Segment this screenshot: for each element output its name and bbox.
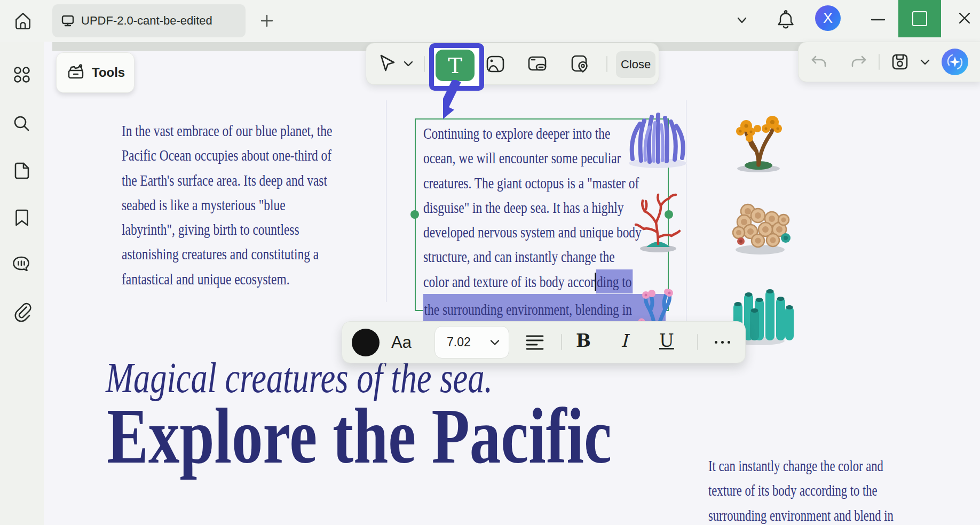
italic-button[interactable]: I	[621, 330, 628, 351]
right-paragraph: It can instantly change the color and te…	[708, 454, 894, 525]
notifications-button[interactable]	[776, 10, 795, 31]
toolbar-divider	[879, 54, 880, 70]
toolbar-divider	[561, 334, 562, 350]
redo-button[interactable]	[850, 54, 867, 70]
grid-icon	[12, 65, 32, 85]
sidebar-item-attachments[interactable]	[11, 300, 33, 323]
underline-button[interactable]: U	[659, 330, 674, 351]
title-bar: UPDF-2.0-cant-be-edited X	[0, 0, 980, 42]
document-title: Explore the Pacific	[107, 395, 612, 478]
tools-label: Tools	[92, 65, 125, 80]
tab-title: UPDF-2.0-cant-be-edited	[81, 14, 212, 28]
text-line: texture of its body according to the	[708, 478, 894, 503]
align-icon	[525, 333, 544, 352]
close-edit-button[interactable]: Close	[616, 51, 655, 78]
more-icon	[715, 341, 717, 344]
select-tool-button[interactable]	[376, 53, 396, 75]
home-icon	[13, 11, 33, 31]
edit-mode-toolbar: T Close	[366, 43, 659, 85]
column-divider	[386, 100, 386, 302]
chevron-down-icon	[735, 14, 749, 27]
maximize-button[interactable]	[898, 0, 941, 37]
save-button[interactable]	[890, 52, 910, 71]
resize-handle-left[interactable]	[410, 210, 419, 219]
ai-icon	[946, 53, 964, 71]
text-format-popup: Aa 7.02 B I U	[342, 321, 746, 363]
page-icon	[12, 161, 31, 181]
close-window-button[interactable]	[957, 10, 973, 26]
bell-icon	[776, 10, 795, 31]
anemone-image	[618, 99, 698, 170]
save-options-chevron[interactable]	[919, 58, 931, 67]
minimize-button[interactable]	[869, 13, 887, 26]
font-color-swatch[interactable]	[352, 329, 380, 356]
minimize-icon	[870, 18, 886, 22]
image-tool-button[interactable]	[485, 53, 506, 75]
sidebar-item-search[interactable]	[11, 113, 33, 135]
text-segment: color and texture of its body accor	[423, 273, 595, 290]
search-icon	[12, 114, 32, 134]
cup-coral-image	[718, 185, 799, 255]
font-size-value: 7.02	[447, 335, 471, 349]
select-tool-chevron[interactable]	[402, 60, 414, 68]
maximize-icon	[912, 11, 927, 26]
orange-coral-image	[718, 98, 798, 172]
save-toolbar	[798, 42, 980, 82]
location-tool-icon	[569, 53, 590, 75]
bookmark-icon	[13, 208, 31, 228]
bold-button[interactable]: B	[576, 330, 591, 351]
left-paragraph: In the vast embrace of our blue planet, …	[122, 118, 332, 291]
cursor-icon	[376, 53, 396, 75]
chevron-down-icon	[919, 58, 931, 67]
align-button[interactable]	[525, 333, 544, 352]
font-style-label: Aa	[391, 333, 412, 352]
text-line: astonishing creatures and constituting a	[122, 242, 332, 266]
plus-icon	[259, 13, 275, 29]
account-avatar[interactable]: X	[815, 5, 841, 31]
toolbar-divider	[424, 56, 425, 72]
ai-assistant-button[interactable]	[942, 49, 968, 75]
chevron-down-icon	[402, 60, 414, 68]
attachment-icon	[12, 301, 32, 322]
image-tool-icon	[485, 53, 506, 75]
window-menu-chevron[interactable]	[735, 14, 749, 27]
text-line: seabed is like a mysterious "blue	[122, 193, 332, 217]
text-line: surrounding environment and blend in	[708, 503, 894, 525]
undo-icon	[810, 54, 827, 70]
location-tool-button[interactable]	[569, 53, 590, 75]
undo-button[interactable]	[810, 54, 827, 70]
sidebar-item-comments[interactable]	[11, 253, 33, 276]
sidebar-item-pages[interactable]	[11, 160, 33, 182]
text-line: Pacific Ocean occupies about one-third o…	[122, 143, 332, 168]
more-options-button[interactable]	[715, 341, 730, 344]
sidebar-item-menu[interactable]	[11, 63, 33, 86]
display-icon	[61, 14, 75, 28]
home-button[interactable]	[13, 11, 33, 31]
close-icon	[957, 10, 973, 26]
text-tool-icon: T	[436, 50, 475, 81]
document-tab[interactable]: UPDF-2.0-cant-be-edited	[52, 4, 246, 37]
text-line: labyrinth", giving birth to countless	[122, 217, 332, 242]
text-line: the Earth's surface area. Its deep and v…	[122, 168, 332, 193]
avatar-initial: X	[823, 10, 833, 27]
redo-icon	[850, 54, 867, 70]
chevron-down-icon	[489, 339, 500, 346]
text-line: In the vast embrace of our blue planet, …	[122, 118, 332, 143]
toolbox-icon	[66, 63, 85, 82]
comment-icon	[11, 254, 33, 275]
font-style-button[interactable]: Aa	[391, 322, 412, 363]
new-tab-button[interactable]	[259, 13, 275, 29]
link-tool-button[interactable]	[526, 53, 549, 75]
link-tool-icon	[526, 53, 549, 75]
sidebar-item-bookmarks[interactable]	[11, 206, 33, 229]
arrow-annotation	[443, 80, 494, 136]
save-icon	[890, 52, 910, 71]
font-size-select[interactable]: 7.02	[434, 326, 509, 359]
close-edit-label: Close	[621, 58, 651, 71]
red-coral-image	[621, 184, 696, 253]
tools-button[interactable]: Tools	[56, 52, 135, 93]
toolbar-divider	[606, 56, 607, 72]
toolbar-divider	[697, 334, 698, 350]
text-line: fantastical and unique ecosystem.	[122, 267, 332, 291]
text-line: It can instantly change the color and	[708, 454, 894, 478]
